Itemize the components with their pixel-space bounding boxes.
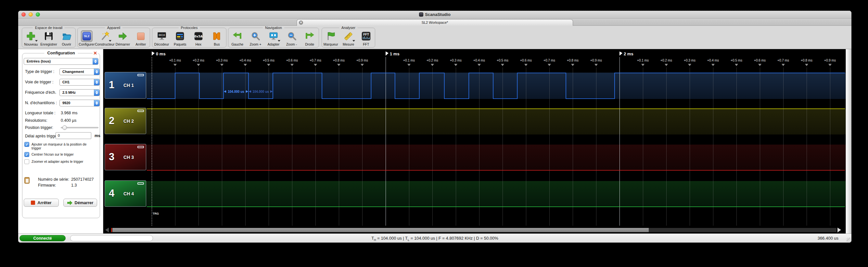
cursor-time-readout: 366.400 us [818,236,838,241]
dropdown-stepper-icon[interactable] [94,100,99,106]
ruler-tick-triangle-icon [641,64,645,66]
dropdown-arrow-icon[interactable] [35,40,38,42]
checkbox-zoomer-et-adapter-apr-s-le-trigger[interactable] [24,159,29,164]
toolbar-button-configurer[interactable]: SL2Configurer [78,30,95,47]
arrow-left-icon [249,90,251,93]
dropdown-arrow-icon[interactable] [109,40,112,42]
toolbar-button-paquets[interactable]: Paquets [171,30,189,47]
dropdown-value: Entrées (tous) [27,59,51,63]
dropdown-value: Changement [62,70,84,74]
toolbar-button-hex[interactable]: 0x5AHex [189,30,208,47]
dropdown-stepper-icon[interactable] [94,89,99,96]
delay-label: Délai après trigge [25,134,57,138]
ruler-minor-gridline [432,68,433,225]
screen-background: ScanaStudio ✕ SL2 Workspace* Espace de t… [0,0,868,267]
ruler-minor-gridline [362,68,363,225]
config-row-label: N. d'échantillons : [25,101,57,105]
channel-band-ch-1 [146,73,845,99]
toolbar-button-label: Mesure [343,42,354,46]
dropdown-stepper-icon[interactable] [93,58,98,64]
channel-header-ch-4[interactable]: 4CH 4 [104,180,146,207]
ruler-minor-label: +0.6 ms [286,59,298,62]
ruler-tick-triangle-icon [711,64,715,66]
stop-square-icon [135,30,147,42]
dropdown-arrow-icon[interactable] [278,40,280,42]
toolbar-button-adapter[interactable]: Adapter [265,30,283,47]
toolbar-button-d-codeur[interactable]: 0010Décodeur [153,30,171,47]
toolbar-group-protocoles: Protocoles0010DécodeurPaquets0x5AHexBus [152,28,226,48]
toolbar-button-zoom[interactable]: Zoom + [247,30,265,47]
channel-settings-icon[interactable] [137,182,144,185]
toolbar-group-espace-de-travail: Espace de travailNouveauEnregistrerOuvri… [22,28,76,48]
waveform-area[interactable]: +0.1 ms+0.2 ms+0.3 ms+0.4 ms+0.5 ms+0.6 … [103,49,851,234]
toolbar-button-label: FFT [363,42,369,46]
ruler-minor-gridline [479,68,479,225]
toolbar-button-enregistrer[interactable]: Enregistrer [40,30,58,47]
toolbar-button-zoom[interactable]: Zoom - [283,30,301,47]
channel-settings-icon[interactable] [137,74,144,76]
start-capture-button[interactable]: Démarrer [63,198,97,207]
scroll-left-arrow-icon[interactable] [105,228,109,233]
waveform-h-scrollbar[interactable] [104,228,845,233]
serial-label: Numéro de série: [38,177,69,182]
config-select-type-de-trigger[interactable]: Changement [59,69,100,75]
dropdown-stepper-icon[interactable] [94,79,99,85]
toolbar-button-ouvrir[interactable]: Ouvrir [58,30,75,47]
checkbox-centrer-l-cran-sur-le-trigger[interactable]: ✓ [24,152,29,157]
arrow-right-icon [246,90,248,93]
measurement-text: 104.000 us [226,90,246,94]
tab-sl2-workspace[interactable]: ✕ SL2 Workspace* [297,19,573,26]
toolbar-button-gauche[interactable]: Gauche [228,30,247,47]
start-arrow-icon [117,30,129,42]
checkbox-label: Centrer l'écran sur le trigger [32,152,96,156]
toolbar-button-label: Constructeur [95,42,114,46]
channel-header-ch-1[interactable]: 1CH 1 [104,72,146,99]
channel-header-ch-2[interactable]: 2CH 2 [104,108,146,134]
config-select-n-d-chantillons[interactable]: 9920 [59,100,100,106]
input-scope-select[interactable]: Entrées (tous) [24,58,98,65]
toolbar-button-label: Paquets [174,42,186,46]
config-select-fr-quence-d-ch[interactable]: 2.5 MHz [59,89,100,96]
trigger-label: TRG [153,212,159,215]
toolbar-button-mesure[interactable]: Mesure [339,30,357,47]
toolbar-button-d-marrer[interactable]: Démarrer [114,30,131,47]
toolbar-button-droite[interactable]: Droite [301,30,319,47]
config-select-voie-de-trigger[interactable]: CH1 [59,79,100,86]
resize-grip[interactable] [846,238,851,242]
scrollbar-thumb[interactable] [113,228,649,232]
slider-knob[interactable] [62,125,67,130]
delay-after-trigger-input[interactable]: 0 [56,132,91,139]
ruler-minor-gridline [175,68,176,225]
connection-status-badge: Connecté [20,235,66,241]
toolbar-button-bus[interactable]: Bus [208,30,226,47]
toolbar-button-constructeur[interactable]: Constructeur [95,30,114,47]
chevron-up-icon [95,91,98,92]
save-floppy-icon [43,30,55,42]
checkbox-ajouter-un-marqueur-la-position-de-trigger[interactable]: ✓ [24,142,29,147]
major-gridline [619,57,620,225]
ruler-tick-triangle-icon [197,64,200,66]
toolbar-button-label: Nouveau [24,42,38,46]
channel-header-ch-3[interactable]: 3CH 3 [104,144,146,170]
waveform-v-scrollbar[interactable] [845,49,851,234]
scrollbar-track-rest[interactable] [649,228,836,232]
start-icon [67,201,72,205]
zoom-out-icon [286,30,298,42]
toolbar-button-label: Arrêter [135,42,146,46]
ruler-tick-triangle-icon [314,64,317,66]
toolbar-button-fft[interactable]: FFTFFT [357,30,375,47]
toolbar-button-arr-ter[interactable]: Arrêter [132,30,150,47]
scroll-right-arrow-icon[interactable] [837,228,841,233]
start-button-label: Démarrer [75,200,94,205]
dropdown-stepper-icon[interactable] [94,69,99,75]
chevron-down-icon [94,61,97,63]
channel-settings-icon[interactable] [137,110,144,112]
trigger-position-slider[interactable] [61,127,98,128]
channel-settings-icon[interactable] [137,146,144,148]
dropdown-arrow-icon[interactable] [352,40,355,42]
toolbar-button-nouveau[interactable]: Nouveau [22,30,40,47]
ruler-minor-label: +0.8 ms [333,59,345,62]
toolbar-button-marqueur[interactable]: Marqueur [322,30,339,47]
stop-capture-button[interactable]: Arrêter [24,198,59,207]
ruler-minor-label: +0.7 ms [310,59,321,62]
